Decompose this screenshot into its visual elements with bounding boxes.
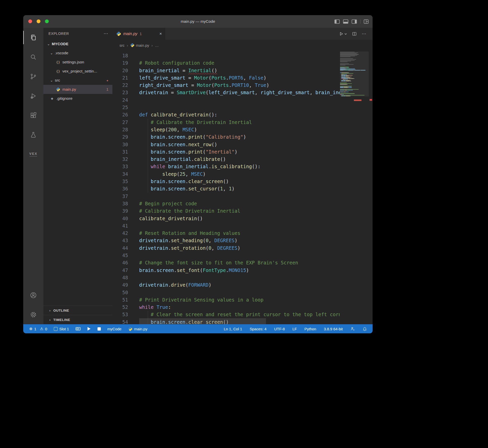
file-label: settings.json: [62, 60, 84, 64]
python-icon: [130, 43, 134, 47]
code-area[interactable]: 1819# Robot configuration code20brain_in…: [112, 51, 373, 324]
tree-item-main-py[interactable]: main.py1: [43, 85, 112, 94]
slot-icon: [54, 327, 58, 331]
code-line: 34 sleep(25, MSEC): [112, 170, 340, 178]
status-bar: ⊗1⚠0Slot 1myCodemain.py Ln 1, Col 1Space…: [23, 324, 373, 333]
tree-item--vscode[interactable]: ⌄.vscode: [43, 48, 112, 58]
code-line: 42# Reset Rotation and Heading values: [112, 230, 340, 237]
account-icon[interactable]: [23, 285, 43, 305]
outline-section[interactable]: › OUTLINE: [43, 306, 112, 315]
sidebar-item-explorer[interactable]: [23, 28, 43, 47]
toggle-secondary-sidebar-icon[interactable]: [352, 19, 357, 24]
status-label: Spaces: 4: [250, 327, 267, 331]
code-line: 41: [112, 222, 340, 230]
notifications-bell-icon[interactable]: [362, 327, 367, 331]
line-number: 54: [112, 318, 128, 324]
editor-more-actions-icon[interactable]: ⋯: [362, 31, 367, 37]
chevron-right-icon: ›: [48, 309, 52, 312]
status-item-brain[interactable]: [76, 327, 81, 331]
file-label: main.py: [62, 87, 76, 92]
source-control-icon: [30, 73, 37, 80]
status-item-mycode[interactable]: myCode: [107, 327, 121, 331]
vex-brain-icon: [76, 327, 81, 331]
line-number: 35: [112, 178, 128, 185]
minimap[interactable]: [340, 52, 369, 96]
customize-layout-icon[interactable]: [364, 19, 369, 24]
sidebar-item-run-debug[interactable]: [23, 86, 43, 106]
tree-root-mycode[interactable]: ⌄MYCODE: [43, 39, 112, 48]
line-number: 20: [112, 67, 128, 74]
code-line: 21left_drive_smart = Motor(Ports.PORT6, …: [112, 74, 340, 82]
explorer-sidebar: EXPLORER ⋯ ⌄MYCODE⌄.vscode{}settings.jso…: [43, 28, 113, 324]
minimap-slider[interactable]: [340, 52, 369, 96]
status-item-ln-1-col-1[interactable]: Ln 1, Col 1: [224, 327, 242, 331]
status-item-stop[interactable]: [97, 327, 101, 331]
code-line: 35 brain.screen.clear_screen(): [112, 178, 340, 185]
breadcrumb-label: src: [119, 43, 125, 47]
tab-main-py[interactable]: main.py 1 ×: [112, 28, 165, 40]
line-number: 19: [112, 59, 128, 67]
breadcrumb-item[interactable]: …: [155, 43, 159, 47]
line-number: 25: [112, 104, 128, 111]
line-number: 21: [112, 74, 128, 82]
flask-icon: [30, 131, 37, 138]
run-python-file-icon[interactable]: [339, 32, 347, 36]
breadcrumb-label: main.py: [136, 43, 149, 47]
toggle-sidebar-icon[interactable]: [334, 19, 340, 24]
sidebar-item-search[interactable]: [23, 47, 43, 67]
status-label: UTF-8: [274, 327, 285, 331]
sidebar-item-source-control[interactable]: [23, 67, 43, 86]
file-label: .vscode: [55, 51, 68, 55]
status-item-lf[interactable]: LF: [292, 327, 297, 331]
status-label: Ln 1, Col 1: [224, 327, 242, 331]
timeline-section[interactable]: › TIMELINE: [43, 315, 112, 324]
code-line: 49drivetrain.drive(FORWARD): [112, 281, 340, 289]
status-item-spaces-4[interactable]: Spaces: 4: [250, 327, 267, 331]
line-number: 51: [112, 296, 128, 304]
sidebar-item-vex[interactable]: VEX: [23, 144, 43, 164]
code-line: 29 brain.screen.print("Calibrating"): [112, 133, 340, 141]
overview-ruler[interactable]: [369, 51, 373, 324]
more-actions-icon[interactable]: ⋯: [104, 31, 108, 36]
code-line: 18: [112, 52, 340, 59]
line-number: 27: [112, 119, 128, 126]
status-item-python[interactable]: Python: [304, 327, 316, 331]
sidebar-item-extensions[interactable]: [23, 106, 43, 125]
run-debug-icon: [30, 92, 37, 99]
horizontal-scrollbar[interactable]: [139, 318, 266, 324]
vex-logo-tagline: [30, 156, 37, 157]
error-icon: ⊗: [29, 327, 33, 331]
tree-item-settings-json[interactable]: {}settings.json: [43, 58, 112, 67]
file-label: src: [55, 78, 60, 83]
sidebar-item-testing[interactable]: [23, 125, 43, 144]
status-item-3-8-9-64-bit[interactable]: 3.8.9 64-bit: [324, 327, 343, 331]
status-item-play[interactable]: [87, 327, 91, 331]
close-tab-icon[interactable]: ×: [159, 31, 162, 36]
status-label: myCode: [107, 327, 121, 331]
status-item-main-py[interactable]: main.py: [128, 327, 148, 331]
problems-status[interactable]: ⊗1⚠0: [29, 327, 47, 331]
files-icon: [30, 34, 37, 41]
split-editor-icon[interactable]: [352, 32, 357, 36]
code-line: 30 brain.screen.next_row(): [112, 141, 340, 148]
tree-item-vex-project-settin-[interactable]: {}vex_project_settin...: [43, 67, 112, 76]
activity-bar: VEX: [23, 28, 43, 324]
python-icon: [116, 32, 121, 36]
feedback-icon[interactable]: [350, 327, 355, 331]
code-line: 19# Robot configuration code: [112, 59, 340, 67]
tree-item--gitignore[interactable]: ◆.gitignore: [43, 94, 112, 103]
tree-item-src[interactable]: ⌄src●: [43, 76, 112, 85]
code-line: 28 sleep(200, MSEC): [112, 126, 340, 133]
line-number: 29: [112, 133, 128, 141]
vex-logo: VEX: [29, 152, 37, 156]
line-number: 33: [112, 163, 128, 170]
chevron-right-icon: ›: [48, 318, 52, 322]
status-item-utf-8[interactable]: UTF-8: [274, 327, 285, 331]
settings-gear-icon[interactable]: [23, 305, 43, 324]
titlebar: main.py — myCode: [23, 15, 373, 28]
breadcrumb-item[interactable]: src: [119, 43, 125, 47]
status-item-slot-1[interactable]: Slot 1: [54, 327, 69, 331]
line-number: 44: [112, 244, 128, 252]
toggle-panel-icon[interactable]: [343, 19, 348, 24]
breadcrumb-item[interactable]: main.py: [130, 43, 149, 47]
